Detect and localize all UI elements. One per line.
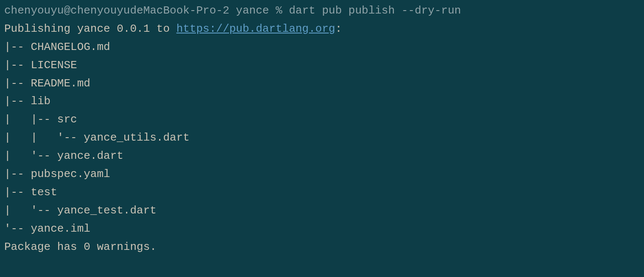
tree-line: |-- LICENSE xyxy=(4,56,640,75)
warnings-line: Package has 0 warnings. xyxy=(4,238,640,256)
tree-line: | | '-- yance_utils.dart xyxy=(4,129,640,147)
tree-line: | '-- yance.dart xyxy=(4,147,640,165)
publishing-line: Publishing yance 0.0.1 to https://pub.da… xyxy=(4,20,640,38)
tree-line: |-- lib xyxy=(4,92,640,111)
publishing-url[interactable]: https://pub.dartlang.org xyxy=(176,22,335,35)
tree-line: | |-- src xyxy=(4,111,640,129)
publishing-suffix: : xyxy=(335,22,342,35)
tree-line: |-- test xyxy=(4,183,640,202)
tree-line: | '-- yance_test.dart xyxy=(4,202,640,220)
tree-line: '-- yance.iml xyxy=(4,220,640,238)
prompt-user-host: chenyouyu@chenyouyudeMacBook-Pro-2 xyxy=(4,4,230,17)
prompt-space xyxy=(230,4,236,17)
tree-line: |-- CHANGELOG.md xyxy=(4,38,640,56)
prompt-directory: yance xyxy=(236,4,269,17)
command: dart pub publish --dry-run xyxy=(289,4,461,17)
prompt-separator: % xyxy=(269,4,289,17)
tree-line: |-- README.md xyxy=(4,75,640,93)
prompt-line: chenyouyu@chenyouyudeMacBook-Pro-2 yance… xyxy=(4,2,640,20)
publishing-prefix: Publishing yance 0.0.1 to xyxy=(4,22,176,35)
tree-line: |-- pubspec.yaml xyxy=(4,165,640,183)
